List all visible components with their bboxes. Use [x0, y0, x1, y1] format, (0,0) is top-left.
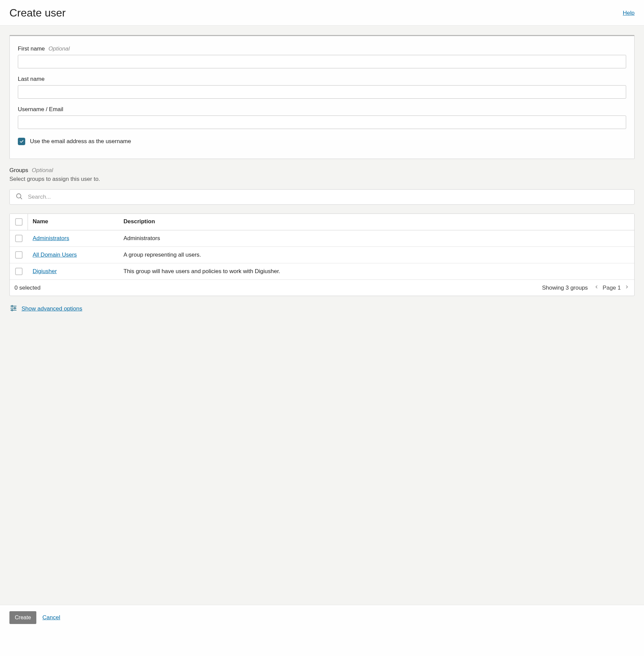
- groups-section-label: Groups Optional: [9, 167, 635, 174]
- groups-label-text: Groups: [9, 167, 28, 173]
- row-checkbox[interactable]: [15, 251, 23, 259]
- svg-point-5: [14, 307, 16, 309]
- show-advanced-options-link[interactable]: Show advanced options: [22, 305, 83, 312]
- first-name-label: First name Optional: [18, 45, 626, 52]
- group-description: This group will have users and policies …: [119, 264, 634, 279]
- row-checkbox[interactable]: [15, 235, 23, 242]
- table-header: Name Description: [10, 214, 634, 230]
- column-header-name: Name: [28, 214, 119, 230]
- group-description: Administrators: [119, 231, 634, 246]
- groups-table: Name Description Administrators Administ…: [9, 214, 635, 296]
- page-indicator: Page 1: [603, 285, 621, 291]
- sliders-icon: [9, 304, 18, 313]
- svg-point-3: [12, 305, 13, 307]
- select-all-checkbox[interactable]: [15, 218, 23, 226]
- showing-count: Showing 3 groups: [542, 285, 588, 291]
- svg-point-0: [17, 194, 21, 198]
- svg-point-7: [12, 309, 13, 311]
- group-link[interactable]: Digiusher: [32, 268, 57, 275]
- first-name-label-text: First name: [18, 45, 45, 52]
- create-button[interactable]: Create: [9, 611, 36, 624]
- svg-line-1: [21, 198, 22, 199]
- page-title: Create user: [9, 7, 66, 19]
- use-email-checkbox[interactable]: [18, 138, 25, 145]
- next-page-button[interactable]: [624, 284, 629, 291]
- username-input[interactable]: [18, 115, 626, 129]
- search-icon: [16, 193, 23, 201]
- table-row: Administrators Administrators: [10, 230, 634, 247]
- row-checkbox[interactable]: [15, 268, 23, 275]
- selected-count: 0 selected: [15, 285, 41, 291]
- use-email-checkbox-label: Use the email address as the username: [30, 138, 131, 145]
- table-row: All Domain Users A group representing al…: [10, 247, 634, 263]
- help-link[interactable]: Help: [623, 10, 635, 17]
- group-link[interactable]: Administrators: [32, 235, 69, 241]
- group-link[interactable]: All Domain Users: [32, 252, 77, 258]
- first-name-optional: Optional: [48, 45, 70, 52]
- column-header-description: Description: [119, 214, 634, 230]
- prev-page-button[interactable]: [594, 284, 599, 291]
- groups-search-input[interactable]: [9, 189, 635, 205]
- check-icon: [19, 139, 24, 144]
- last-name-input[interactable]: [18, 85, 626, 99]
- groups-optional: Optional: [32, 167, 53, 173]
- table-row: Digiusher This group will have users and…: [10, 263, 634, 280]
- cancel-link[interactable]: Cancel: [42, 614, 60, 621]
- username-label: Username / Email: [18, 106, 626, 113]
- groups-description: Select groups to assign this user to.: [9, 176, 635, 182]
- group-description: A group representing all users.: [119, 247, 634, 263]
- first-name-input[interactable]: [18, 55, 626, 68]
- last-name-label: Last name: [18, 76, 626, 83]
- chevron-right-icon: [624, 284, 629, 290]
- user-details-card: First name Optional Last name Username /…: [9, 35, 635, 159]
- chevron-left-icon: [594, 284, 599, 290]
